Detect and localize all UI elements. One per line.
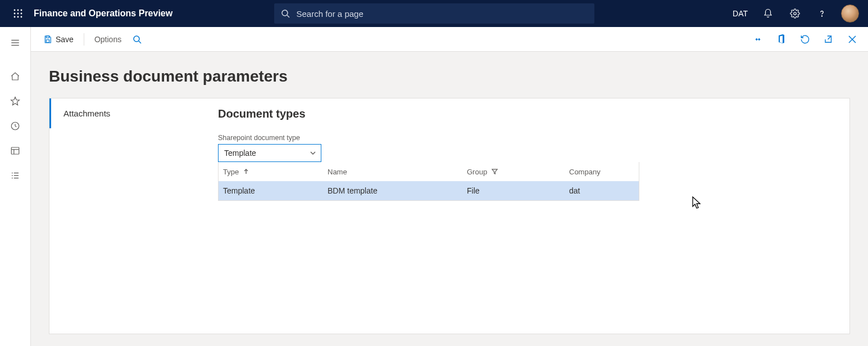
col-header-company[interactable]: Company: [565, 168, 638, 176]
filter-icon: [492, 168, 498, 176]
chevron-down-icon: [310, 150, 316, 156]
home-icon[interactable]: [2, 65, 29, 88]
refresh-icon[interactable]: [796, 30, 814, 48]
sharepoint-doctype-dropdown[interactable]: Template: [218, 144, 321, 162]
action-search-icon[interactable]: [127, 32, 147, 47]
page-body: Business document parameters Attachments…: [31, 52, 868, 346]
recent-icon[interactable]: [2, 115, 29, 137]
tab-attachments[interactable]: Attachments: [49, 98, 218, 128]
favorites-icon[interactable]: [2, 90, 29, 113]
section-title: Document types: [218, 107, 849, 120]
action-bar: Save Options: [31, 27, 868, 52]
svg-point-6: [14, 16, 16, 18]
company-selector[interactable]: DAT: [727, 0, 753, 27]
svg-rect-26: [46, 36, 49, 38]
cell-company: dat: [565, 186, 638, 195]
help-icon[interactable]: [810, 0, 834, 27]
svg-point-11: [794, 12, 797, 15]
hamburger-icon[interactable]: [2, 32, 29, 54]
cell-group: File: [462, 186, 565, 195]
svg-point-7: [17, 16, 19, 18]
svg-point-4: [17, 13, 19, 15]
svg-line-10: [287, 15, 289, 17]
svg-point-12: [821, 16, 822, 16]
settings-icon[interactable]: [783, 0, 807, 27]
popup-icon[interactable]: [820, 30, 838, 48]
svg-point-3: [14, 13, 16, 15]
svg-point-8: [21, 16, 22, 18]
cell-type: Template: [219, 186, 323, 195]
cell-name: BDM template: [323, 186, 462, 195]
col-header-type[interactable]: Type: [219, 168, 323, 176]
card: Attachments Document types Sharepoint do…: [49, 98, 850, 334]
svg-point-0: [14, 10, 16, 11]
table-row[interactable]: Template BDM template File dat: [219, 181, 639, 200]
save-button[interactable]: Save: [38, 32, 79, 47]
related-info-icon[interactable]: [749, 30, 767, 48]
svg-line-29: [139, 41, 141, 43]
svg-point-2: [21, 10, 22, 11]
tabs: Attachments: [49, 98, 218, 334]
svg-rect-27: [46, 39, 49, 42]
field-label-sharepoint: Sharepoint document type: [218, 134, 849, 142]
sort-asc-icon: [243, 168, 249, 176]
close-icon[interactable]: [843, 30, 861, 48]
grid-header: Type Name Group: [219, 162, 639, 181]
svg-rect-17: [11, 147, 19, 154]
workspaces-icon[interactable]: [2, 140, 29, 162]
search-input[interactable]: [274, 3, 594, 24]
svg-point-5: [21, 13, 22, 15]
panel: Document types Sharepoint document type …: [218, 98, 849, 334]
top-nav-bar: Finance and Operations Preview DAT: [0, 0, 868, 27]
svg-point-9: [282, 10, 288, 16]
app-title: Finance and Operations Preview: [34, 8, 172, 19]
modules-icon[interactable]: [2, 164, 29, 187]
office-icon[interactable]: [772, 30, 790, 48]
col-header-name[interactable]: Name: [323, 168, 462, 176]
lookup-grid: Type Name Group: [218, 162, 639, 201]
user-avatar[interactable]: [841, 5, 859, 23]
divider: [84, 33, 84, 46]
col-header-group[interactable]: Group: [462, 168, 565, 176]
svg-point-28: [134, 36, 139, 42]
dropdown-value: Template: [224, 149, 256, 158]
search-icon: [281, 9, 290, 18]
save-label: Save: [56, 35, 74, 44]
svg-point-1: [17, 10, 19, 11]
options-button[interactable]: Options: [89, 32, 127, 47]
left-nav-rail: [0, 27, 31, 346]
app-launcher-icon[interactable]: [4, 0, 31, 27]
search-wrapper: [274, 3, 594, 24]
page-title: Business document parameters: [49, 68, 850, 86]
notifications-icon[interactable]: [756, 0, 780, 27]
